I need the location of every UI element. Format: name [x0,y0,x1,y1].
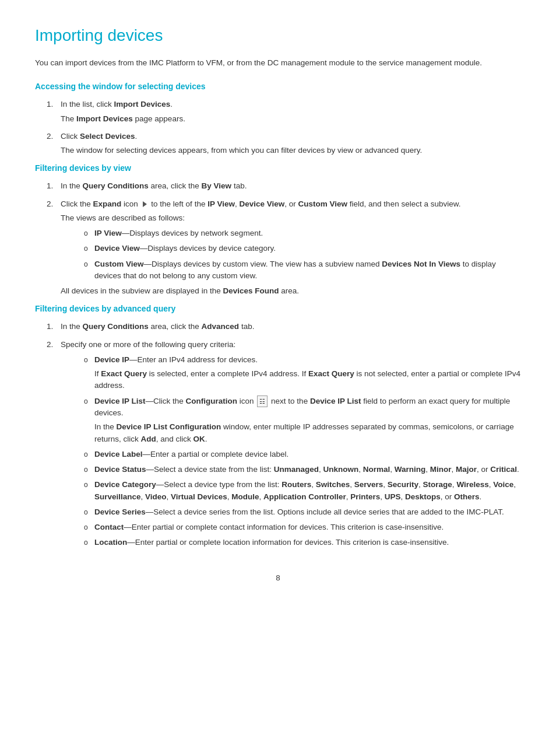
device-category-item: Device Category—Select a device type fro… [84,479,521,503]
contact-item: Contact—Enter partial or complete contac… [84,522,521,533]
section-filtering-view: Filtering devices by view In the Query C… [35,162,521,297]
intro-text: You can import devices from the IMC Plat… [35,57,521,69]
device-view-item: Device View—Displays devices by device c… [84,243,521,254]
filtering-advanced-step-1: In the Query Conditions area, click the … [47,321,521,332]
filtering-view-step-2: Click the Expand icon to the left of the… [47,198,521,298]
views-described-text: The views are described as follows: [61,212,521,224]
ip-view-item: IP View—Displays devices by network segm… [84,228,521,239]
device-series-item: Device Series—Select a device series fro… [84,506,521,518]
location-item: Location—Enter partial or complete locat… [84,537,521,548]
filtering-advanced-steps: In the Query Conditions area, click the … [47,321,521,548]
filtering-view-step-1: In the Query Conditions area, click the … [47,180,521,192]
section-accessing: Accessing the window for selecting devic… [35,80,521,156]
views-bullet-list: IP View—Displays devices by network segm… [84,228,521,282]
device-ip-list-item: Device IP List—Click the Configuration i… [84,396,521,445]
accessing-step-2: Click Select Devices. The window for sel… [47,131,521,157]
page-title: Importing devices [35,23,521,48]
accessing-step-2-sub-text: The window for selecting devices appears… [61,145,521,156]
accessing-step-2-sub: The window for selecting devices appears… [61,145,521,156]
section-heading-filtering-view: Filtering devices by view [35,162,521,174]
device-label-item: Device Label—Enter a partial or complete… [84,449,521,460]
filtering-advanced-step-1-text: In the Query Conditions area, click the … [61,322,254,331]
page-number: 8 [35,572,521,584]
accessing-step-1-sub-text: The Import Devices page appears. [61,113,521,125]
filtering-view-step-1-text: In the Query Conditions area, click the … [61,181,247,190]
query-criteria-list: Device IP—Enter an IPv4 address for devi… [84,354,521,549]
filtering-view-step-2-sub: The views are described as follows: IP V… [61,212,521,298]
filtering-view-steps: In the Query Conditions area, click the … [47,180,521,297]
accessing-step-2-text: Click Select Devices. [61,132,137,141]
filtering-advanced-step-2-text: Specify one or more of the following que… [61,340,235,349]
all-devices-note: All devices in the subview are displayed… [61,285,521,297]
config-icon: ☷ [257,396,268,408]
accessing-steps: In the list, click Import Devices. The I… [47,99,521,156]
filtering-advanced-step-2: Specify one or more of the following que… [47,339,521,549]
section-filtering-advanced: Filtering devices by advanced query In t… [35,303,521,548]
accessing-step-1-text: In the list, click Import Devices. [61,100,173,108]
device-status-item: Device Status—Select a device state from… [84,464,521,475]
custom-view-item: Custom View—Displays devices by custom v… [84,258,521,282]
section-heading-filtering-advanced: Filtering devices by advanced query [35,303,521,315]
accessing-step-1-sub: The Import Devices page appears. [61,113,521,125]
filtering-advanced-step-2-sub: Device IP—Enter an IPv4 address for devi… [61,354,521,549]
accessing-step-1: In the list, click Import Devices. The I… [47,99,521,125]
expand-icon [143,201,147,207]
device-ip-item: Device IP—Enter an IPv4 address for devi… [84,354,521,392]
section-heading-accessing: Accessing the window for selecting devic… [35,80,521,93]
device-ip-note: If Exact Query is selected, enter a comp… [94,368,521,392]
device-ip-list-note: In the Device IP List Configuration wind… [94,421,521,445]
filtering-view-step-2-text: Click the Expand icon to the left of the… [61,200,460,208]
